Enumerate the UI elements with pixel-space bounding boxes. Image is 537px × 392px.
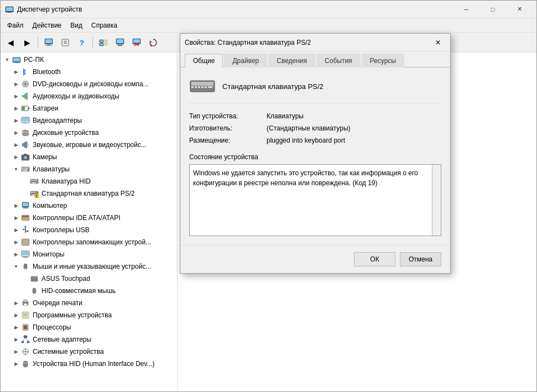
svg-rect-87 <box>22 252 29 255</box>
svg-rect-131 <box>205 86 207 88</box>
sysdev-label: Системные устройства <box>33 348 104 356</box>
svg-rect-73 <box>23 208 28 208</box>
svg-rect-62 <box>32 182 36 184</box>
sound-icon <box>20 140 30 150</box>
tree-item-network[interactable]: ▶ Сетевые адаптеры <box>1 333 177 346</box>
dialog-buttons: ОК Отмена <box>180 245 450 273</box>
tree-item-touchpad[interactable]: ASUS Touchpad <box>1 273 177 285</box>
mice-label: Мыши и иные указывающие устройс... <box>33 263 151 270</box>
tree-root[interactable]: ▼ РС-ПК <box>1 54 177 66</box>
tree-item-audio[interactable]: ▶ Аудиовходы и аудиовыходы <box>1 90 177 102</box>
manufacturer-value: (Стандартные клавиатуры) <box>267 124 441 132</box>
tree-item-keyboards[interactable]: ▼ Клавиатуры <box>1 163 177 175</box>
menu-view[interactable]: Вид <box>66 20 87 31</box>
tree-item-dvd[interactable]: ▶ DVD-дисководы и дисководы компа... <box>1 78 177 90</box>
svg-rect-71 <box>23 203 28 206</box>
expand-hid-mouse <box>20 288 29 294</box>
tree-item-bluetooth[interactable]: ▶ ᛒ Bluetooth <box>1 66 177 78</box>
status-box: Windows не удается запустить это устройс… <box>189 164 441 236</box>
tree-item-mice[interactable]: ▼ Мыши и иные указывающие устройс... <box>1 260 177 273</box>
tab-details[interactable]: Сведения <box>268 54 315 67</box>
tab-driver[interactable]: Драйвер <box>224 54 267 67</box>
tree-item-sysdev[interactable]: ▶ Системные устройства <box>1 346 177 358</box>
tree-item-hid-mouse[interactable]: HID-совместимая мышь <box>1 285 177 297</box>
processors-icon <box>20 322 30 332</box>
minimize-button[interactable]: ─ <box>453 2 479 17</box>
tree-item-battery[interactable]: ▶ Батареи <box>1 102 177 114</box>
dialog-title-bar: Свойства: Стандартная клавиатура PS/2 ✕ <box>180 34 450 51</box>
svg-rect-59 <box>33 180 34 181</box>
svg-rect-76 <box>24 216 26 217</box>
tree-item-software[interactable]: ▶ Программные устройства <box>1 309 177 321</box>
expand-ide: ▶ <box>12 215 20 221</box>
keyboard-ps2-label: Стандартная клавиатура PS/2 <box>41 190 135 197</box>
help-button[interactable]: ? <box>74 35 90 50</box>
tab-general[interactable]: Общие <box>185 54 223 67</box>
device-manager-button[interactable] <box>41 35 56 50</box>
display-label: Видеоадаптеры <box>33 117 82 124</box>
ok-button[interactable]: ОК <box>354 252 395 266</box>
svg-rect-130 <box>201 86 204 88</box>
software-icon <box>20 310 30 320</box>
svg-rect-32 <box>22 95 24 97</box>
ide-icon <box>20 213 30 223</box>
tab-events[interactable]: События <box>316 54 361 67</box>
show-hidden-button[interactable] <box>112 35 128 50</box>
tree-item-hid[interactable]: ▶ Устройства HID (Human Interface Dev...… <box>1 358 177 370</box>
tree-item-print[interactable]: ▶ Очереди печати <box>1 297 177 309</box>
maximize-button[interactable]: □ <box>480 2 505 17</box>
tree-item-disks[interactable]: ▶ Дисковые устройства <box>1 127 177 139</box>
dialog-content: Стандартная клавиатура PS/2 Тип устройст… <box>180 67 450 245</box>
tree-item-monitors[interactable]: ▶ Мониторы <box>1 248 177 260</box>
tree-item-keyboard-hid[interactable]: Клавиатура HID <box>1 175 177 187</box>
title-bar-buttons: ─ □ ✕ <box>453 2 532 17</box>
tree-item-camera[interactable]: ▶ Камеры <box>1 151 177 163</box>
svg-rect-50 <box>24 168 25 169</box>
svg-rect-104 <box>24 326 27 329</box>
menu-help[interactable]: Справка <box>87 20 122 31</box>
svg-point-85 <box>25 242 26 243</box>
svg-rect-126 <box>191 82 213 86</box>
svg-rect-7 <box>62 39 69 46</box>
tree-item-processors[interactable]: ▶ Процессоры <box>1 321 177 333</box>
tree-item-ide[interactable]: ▶ Контроллеры IDE ATA/ATAPI <box>1 212 177 224</box>
close-button[interactable]: ✕ <box>507 2 532 17</box>
expand-mice: ▼ <box>12 264 20 269</box>
status-scrollbar[interactable] <box>432 165 441 236</box>
battery-label: Батареи <box>33 104 58 112</box>
tree-item-sound[interactable]: ▶ Звуковые, игровые и видеоустройс... <box>1 139 177 151</box>
svg-rect-35 <box>28 107 29 109</box>
tree-item-usb[interactable]: ▶ Контроллеры USB <box>1 224 177 236</box>
expand-display: ▶ <box>12 118 20 123</box>
hid-mouse-label: HID-совместимая мышь <box>41 287 116 295</box>
tab-resources[interactable]: Ресурсы <box>362 54 404 67</box>
expand-dvd: ▶ <box>12 81 20 87</box>
computer-label: Компьютер <box>33 202 67 210</box>
menu-action[interactable]: Действие <box>28 20 66 31</box>
expand-storage: ▶ <box>12 239 20 245</box>
menu-file[interactable]: Файл <box>3 20 28 31</box>
tree-item-computer[interactable]: ▶ Компьютер <box>1 200 177 212</box>
mice-icon <box>20 262 30 271</box>
title-bar: Диспетчер устройств ─ □ ✕ <box>1 1 536 18</box>
forward-button[interactable]: ▶ <box>19 35 35 50</box>
tree-item-storage[interactable]: ▶ Контроллеры запоминающих устрой... <box>1 236 177 248</box>
remove-button[interactable] <box>129 35 144 50</box>
tree-item-keyboard-ps2[interactable]: ! Стандартная клавиатура PS/2 <box>1 187 177 200</box>
expand-software: ▶ <box>12 312 20 318</box>
dialog-close-button[interactable]: ✕ <box>430 36 446 49</box>
refresh-button[interactable] <box>145 35 161 50</box>
properties-button[interactable] <box>58 35 73 50</box>
svg-rect-80 <box>23 229 24 230</box>
cancel-button[interactable]: Отмена <box>400 252 441 266</box>
svg-rect-128 <box>195 86 197 88</box>
svg-marker-33 <box>24 92 28 100</box>
back-button[interactable]: ◀ <box>3 35 18 50</box>
svg-rect-60 <box>34 180 35 181</box>
scan-button[interactable] <box>96 35 111 50</box>
tree-item-display[interactable]: ▶ Видеоадаптеры <box>1 114 177 127</box>
dialog-tabs: Общие Драйвер Сведения События Ресурсы <box>180 51 450 67</box>
window-title: Диспетчер устройств <box>17 6 453 13</box>
svg-rect-129 <box>198 86 200 88</box>
svg-point-46 <box>24 156 27 159</box>
